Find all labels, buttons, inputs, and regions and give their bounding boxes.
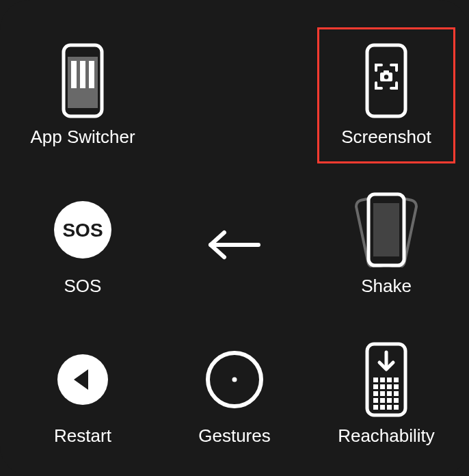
svg-rect-34 (373, 398, 378, 403)
app-switcher-icon (62, 43, 104, 118)
svg-point-8 (384, 75, 388, 79)
gestures-icon (205, 342, 264, 417)
svg-rect-26 (373, 384, 378, 389)
app-switcher-button[interactable]: App Switcher (14, 27, 152, 163)
svg-rect-31 (380, 391, 385, 396)
svg-rect-22 (373, 378, 378, 382)
svg-point-19 (232, 378, 237, 382)
app-switcher-label: App Switcher (30, 127, 135, 148)
svg-rect-4 (89, 61, 94, 88)
svg-rect-36 (387, 398, 392, 403)
screenshot-button[interactable]: Screenshot (317, 27, 455, 163)
restart-label: Restart (54, 425, 111, 447)
svg-rect-3 (80, 61, 85, 88)
restart-icon (56, 342, 109, 417)
svg-rect-35 (380, 398, 385, 403)
svg-rect-40 (387, 405, 392, 410)
svg-rect-41 (394, 405, 399, 410)
screenshot-label: Screenshot (341, 127, 431, 148)
svg-rect-29 (394, 384, 399, 389)
svg-rect-27 (380, 384, 385, 389)
svg-rect-25 (394, 378, 399, 382)
svg-rect-28 (387, 384, 392, 389)
screenshot-icon (365, 43, 407, 118)
reachability-label: Reachability (338, 425, 435, 447)
back-arrow-icon (204, 228, 265, 262)
svg-rect-24 (387, 378, 392, 382)
gestures-button[interactable]: Gestures (165, 326, 304, 462)
shake-icon (342, 192, 431, 267)
svg-rect-15 (373, 203, 399, 256)
svg-rect-23 (380, 378, 385, 382)
svg-rect-30 (373, 391, 378, 396)
shake-button[interactable]: Shake (317, 177, 455, 313)
reachability-button[interactable]: Reachability (317, 326, 455, 462)
shake-label: Shake (361, 276, 412, 297)
svg-rect-38 (373, 405, 378, 410)
svg-rect-32 (387, 391, 392, 396)
gestures-label: Gestures (198, 425, 271, 447)
sos-icon: SOS (53, 192, 112, 267)
svg-rect-7 (384, 70, 389, 73)
sos-label: SOS (64, 276, 102, 297)
assistive-touch-menu: App Switcher Screenshot (0, 0, 469, 476)
svg-rect-2 (71, 61, 77, 88)
svg-rect-37 (394, 398, 399, 403)
svg-rect-33 (394, 391, 399, 396)
sos-button[interactable]: SOS SOS (14, 177, 152, 313)
restart-button[interactable]: Restart (14, 326, 152, 462)
reachability-icon (365, 342, 407, 417)
svg-rect-39 (380, 405, 385, 410)
empty-cell (165, 27, 304, 163)
svg-text:SOS: SOS (62, 220, 103, 241)
menu-grid: App Switcher Screenshot (14, 27, 455, 462)
back-button[interactable] (165, 177, 304, 313)
